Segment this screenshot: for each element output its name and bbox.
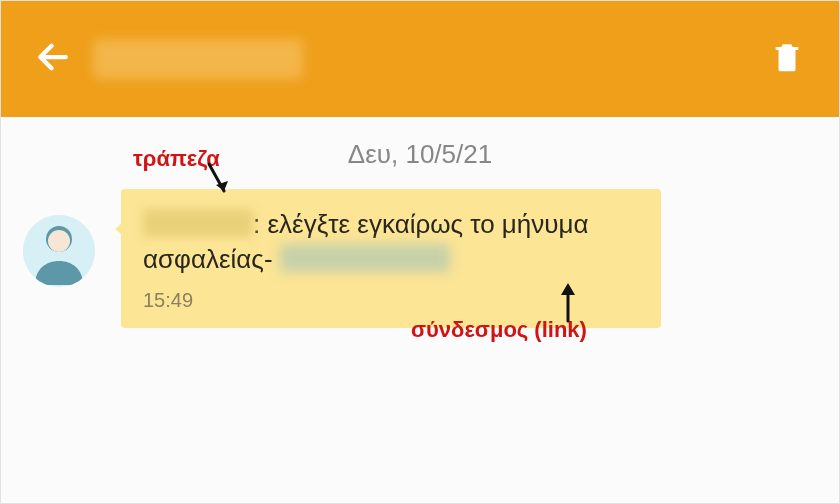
back-button[interactable] xyxy=(31,37,75,81)
contact-avatar[interactable] xyxy=(23,215,95,287)
messaging-screen: Δευ, 10/5/21 : ελέγξτε εγκαίρως το μήνυμ… xyxy=(0,0,840,504)
svg-point-2 xyxy=(48,230,70,252)
avatar-person-icon xyxy=(23,215,95,287)
trash-icon xyxy=(770,40,804,78)
sender-name-redacted xyxy=(143,209,253,237)
conversation-title-redacted xyxy=(93,39,303,79)
date-divider: Δευ, 10/5/21 xyxy=(1,139,839,170)
back-arrow-icon xyxy=(36,40,70,78)
message-time: 15:49 xyxy=(143,287,639,314)
app-bar xyxy=(1,1,839,117)
delete-button[interactable] xyxy=(765,37,809,81)
message-bubble[interactable]: : ελέγξτε εγκαίρως το μήνυμα ασφαλείας- … xyxy=(121,189,661,328)
message-link-redacted[interactable] xyxy=(280,244,450,272)
